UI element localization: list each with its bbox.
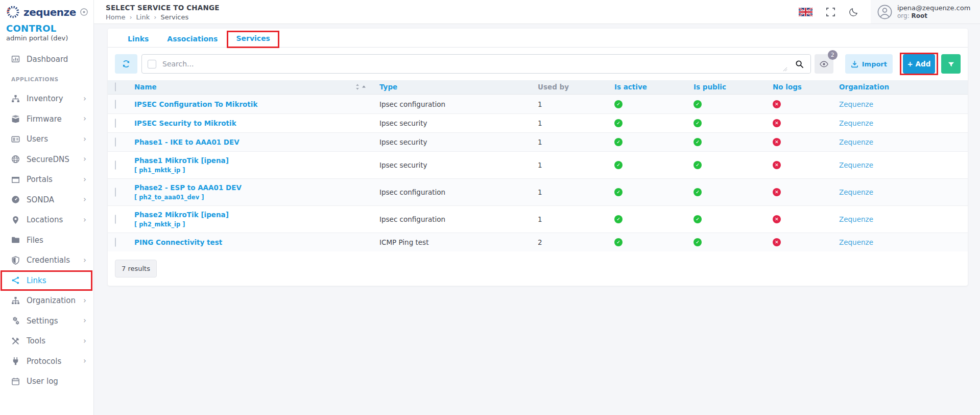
sidebar-item-users[interactable]: Users› [0,129,93,150]
dark-mode-moon-icon[interactable] [849,7,858,17]
organization-link[interactable]: Zequenze [839,215,873,223]
sidebar-item-label: Users [27,134,48,144]
column-header-name[interactable]: Name [128,80,373,94]
service-identifier-link[interactable]: [ ph1_mktk_ip ] [134,167,373,174]
sidebar-item-label: SONDA [27,195,54,204]
row-checkbox[interactable] [115,215,116,224]
resize-grip-icon[interactable] [783,67,787,72]
row-checkbox[interactable] [115,160,116,170]
cell-organization: Zequenze [833,215,968,223]
breadcrumb-item[interactable]: Home [106,13,125,21]
gears-icon [11,316,20,325]
cell-is-active: ✓ [608,119,687,127]
sidebar-item-label: Firmware [27,114,62,124]
service-name-link[interactable]: IPSEC Configuration To Mikrotik [134,100,373,108]
tab-services[interactable]: Services [229,31,277,48]
tab-label: Services [236,34,270,42]
brand-row: zequenze [0,0,93,21]
sidebar-item-organization[interactable]: Organization› [0,291,93,311]
column-header-organization[interactable]: Organization [833,80,968,94]
chevron-right-icon: › [83,317,86,325]
language-flag-uk-icon[interactable] [799,8,812,16]
cell-type: Ipsec configuration [373,188,532,196]
chevron-right-icon: › [83,297,86,305]
fullscreen-icon[interactable] [826,7,835,17]
sort-icon[interactable] [355,83,368,90]
filter-button[interactable] [941,54,961,74]
cell-organization: Zequenze [833,119,968,127]
service-name-link[interactable]: Phase1 - IKE to AAA01 DEV [134,138,373,146]
sidebar-item-protocols[interactable]: Protocols› [0,351,93,372]
column-header-is-public[interactable]: Is public [687,80,767,94]
cell-checkbox [108,100,128,108]
cell-name: Phase1 MikroTik [ipena][ ph1_mktk_ip ] [128,156,373,174]
tab-associations[interactable]: Associations [160,31,224,47]
window-icon [11,175,20,184]
organization-link[interactable]: Zequenze [839,119,873,127]
refresh-button[interactable] [115,54,137,74]
sidebar-item-dashboard[interactable]: Dashboard [0,49,93,70]
service-name-link[interactable]: Phase1 MikroTik [ipena] [134,156,373,165]
organization-link[interactable]: Zequenze [839,188,873,196]
service-name-link[interactable]: Phase2 MikroTik [ipena] [134,211,373,219]
user-menu[interactable]: ipena@zequenze.com org: Root [871,0,980,24]
box-open-icon [11,114,20,123]
import-button[interactable]: Import [845,54,893,74]
sitemap-icon [11,95,20,103]
header-checkbox[interactable] [115,82,116,91]
content-area: LinksAssociationsServices [94,24,980,415]
cell-no-logs: ✕ [767,161,833,169]
column-header-no-logs[interactable]: No logs [767,80,833,94]
add-button[interactable]: + Add [903,54,935,74]
cell-no-logs: ✕ [767,215,833,223]
sidebar-item-firmware[interactable]: Firmware› [0,109,93,129]
sidebar-collapse-icon[interactable] [80,8,88,16]
sidebar-item-locations[interactable]: Locations› [0,210,93,230]
column-header-is-active[interactable]: Is active [608,80,687,94]
organization-link[interactable]: Zequenze [839,138,873,146]
service-name-link[interactable]: PING Connectivity test [134,238,373,246]
row-checkbox[interactable] [115,137,116,147]
sidebar-item-securedns[interactable]: SecureDNS› [0,149,93,170]
cell-is-public: ✓ [687,138,767,146]
service-identifier-link[interactable]: [ ph2_mktk_ip ] [134,221,373,228]
sidebar-item-credentials[interactable]: Credentials› [0,250,93,271]
cell-is-public: ✓ [687,119,767,127]
tab-links[interactable]: Links [121,31,155,47]
organization-link[interactable]: Zequenze [839,161,873,169]
sidebar-item-inventory[interactable]: Inventory› [0,89,93,109]
check-circle-icon: ✓ [614,119,623,127]
search-button[interactable] [789,55,810,73]
sidebar-item-settings[interactable]: Settings› [0,311,93,331]
organization-link[interactable]: Zequenze [839,100,873,108]
calendar-icon [11,377,20,386]
results-wrap: 7 results [108,251,968,279]
check-circle-icon: ✓ [694,119,702,127]
sidebar-item-user-log[interactable]: User log [0,372,93,392]
row-checkbox[interactable] [115,188,116,197]
breadcrumb-item[interactable]: Link [136,13,150,21]
cell-type: Ipsec security [373,119,532,127]
row-checkbox[interactable] [115,238,116,247]
sidebar-item-sonda[interactable]: SONDA› [0,190,93,210]
service-identifier-link[interactable]: [ ph2_to_aaa01_dev ] [134,194,373,201]
sidebar-item-portals[interactable]: Portals› [0,170,93,190]
breadcrumb-separator: › [154,13,156,21]
organization-link[interactable]: Zequenze [839,238,873,246]
sidebar-item-files[interactable]: Files [0,230,93,250]
chevron-right-icon: › [83,115,86,123]
cell-type: Ipsec configuration [373,100,532,108]
row-checkbox[interactable] [115,119,116,128]
cell-is-active: ✓ [608,215,687,223]
select-all-checkbox[interactable] [148,60,156,68]
service-name-link[interactable]: IPSEC Security to Mikrotik [134,119,373,127]
product-title: CONTROL [6,23,87,34]
search-input[interactable] [162,60,789,68]
service-name-link[interactable]: Phase2 - ESP to AAA01 DEV [134,183,373,192]
sidebar-item-links[interactable]: Links [0,270,93,291]
row-checkbox[interactable] [115,100,116,109]
zequenze-logo-icon [6,5,20,19]
column-header-type[interactable]: Type [373,80,532,94]
cell-name: Phase1 - IKE to AAA01 DEV [128,138,373,146]
sidebar-item-tools[interactable]: Tools› [0,331,93,352]
